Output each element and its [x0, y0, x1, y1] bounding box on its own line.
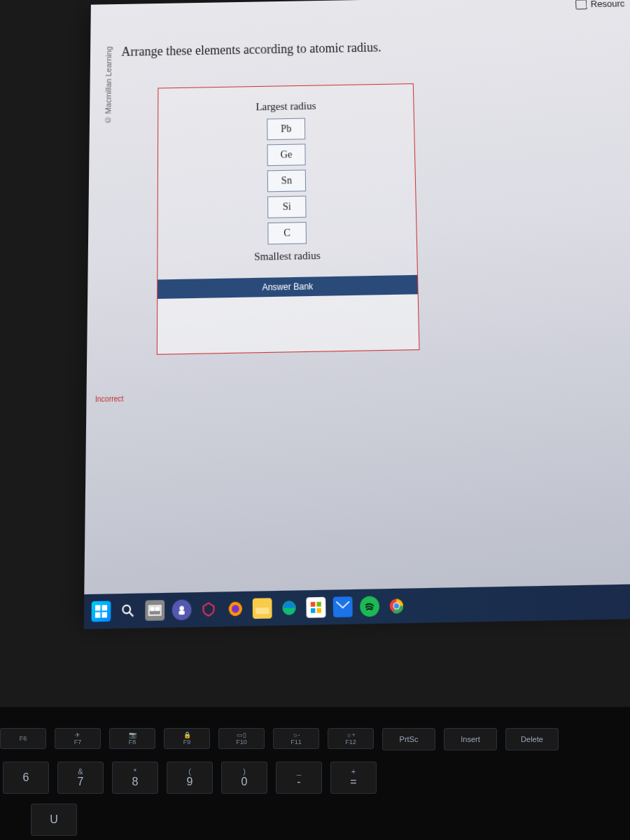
svg-rect-18 [316, 608, 321, 613]
key-9: (9 [167, 762, 213, 794]
ranking-slot[interactable]: Si [267, 196, 306, 218]
largest-label: Largest radius [165, 99, 406, 115]
svg-rect-13 [255, 608, 269, 614]
task-view-icon[interactable] [145, 600, 164, 621]
store-icon[interactable] [306, 597, 326, 618]
svg-point-4 [122, 606, 130, 613]
key-0: )0 [221, 762, 267, 794]
incorrect-status: Incorrect [95, 395, 124, 404]
screen-area: Resourc © Macmillan Learning Arrange the… [84, 0, 630, 629]
ranking-slots: Pb Ge Sn Si C [165, 116, 410, 246]
keyboard: F6 ✈F7 📷F8 🔒F9 ▭▯F10 ☼-F11 ☼+F12 PrtSc I… [0, 707, 630, 840]
svg-rect-0 [95, 605, 101, 610]
key-8: *8 [112, 762, 158, 794]
ranking-slot[interactable]: Sn [267, 169, 306, 192]
svg-rect-1 [102, 605, 108, 610]
svg-rect-10 [178, 610, 185, 615]
antivirus-icon[interactable] [199, 599, 218, 620]
start-icon[interactable] [92, 601, 111, 622]
ranking-slot[interactable]: Pb [267, 118, 305, 141]
spotify-icon[interactable] [360, 596, 379, 617]
mail-icon[interactable] [333, 596, 353, 617]
key-prtsc: PrtSc [382, 728, 435, 750]
svg-rect-15 [311, 602, 315, 607]
ranking-container: Largest radius Pb Ge Sn Si C Smallest ra… [157, 83, 420, 355]
letter-key-row: U [31, 804, 77, 836]
svg-line-5 [130, 612, 133, 617]
svg-rect-16 [316, 602, 321, 607]
teams-icon[interactable] [172, 599, 192, 620]
svg-rect-3 [102, 612, 108, 617]
windows-taskbar[interactable] [84, 584, 630, 629]
key-f7: ✈F7 [55, 728, 101, 749]
key-equals: += [330, 762, 377, 794]
key-f8: 📷F8 [109, 728, 155, 749]
answer-bank-body[interactable] [158, 294, 419, 354]
resources-label[interactable]: Resourc [591, 0, 625, 9]
svg-rect-8 [155, 607, 159, 610]
key-f11: ☼-F11 [273, 728, 319, 749]
top-right-toolbar: Resourc [575, 0, 625, 10]
key-f10: ▭▯F10 [218, 728, 265, 749]
firefox-icon[interactable] [225, 598, 245, 620]
smallest-label: Smallest radius [165, 248, 410, 265]
key-f12: ☼+F12 [328, 728, 374, 749]
search-icon[interactable] [118, 601, 138, 622]
number-key-row: 6 &7 *8 (9 )0 _- += [3, 762, 377, 794]
function-key-row: F6 ✈F7 📷F8 🔒F9 ▭▯F10 ☼-F11 ☼+F12 PrtSc I… [0, 728, 559, 750]
chrome-icon[interactable] [386, 596, 406, 617]
key-delete: Delete [505, 728, 559, 750]
copyright-label: © Macmillan Learning [104, 46, 113, 125]
ranking-drop-area[interactable]: Largest radius Pb Ge Sn Si C Smallest ra… [158, 84, 417, 279]
resources-icon[interactable] [575, 0, 587, 9]
key-f6: F6 [0, 728, 46, 749]
file-explorer-icon[interactable] [253, 598, 272, 619]
svg-rect-7 [150, 608, 154, 611]
svg-rect-17 [311, 608, 315, 613]
svg-point-9 [179, 606, 183, 611]
key-7: &7 [57, 762, 104, 794]
key-6: 6 [3, 762, 49, 794]
key-u: U [31, 804, 77, 836]
svg-rect-2 [95, 612, 101, 618]
question-text: Arrange these elements according to atom… [121, 40, 382, 59]
edge-icon[interactable] [279, 598, 299, 619]
key-insert: Insert [444, 728, 497, 750]
ranking-slot[interactable]: C [267, 222, 307, 244]
key-f9: 🔒F9 [164, 728, 210, 749]
ranking-slot[interactable]: Ge [267, 144, 306, 166]
key-minus: _- [276, 762, 322, 794]
